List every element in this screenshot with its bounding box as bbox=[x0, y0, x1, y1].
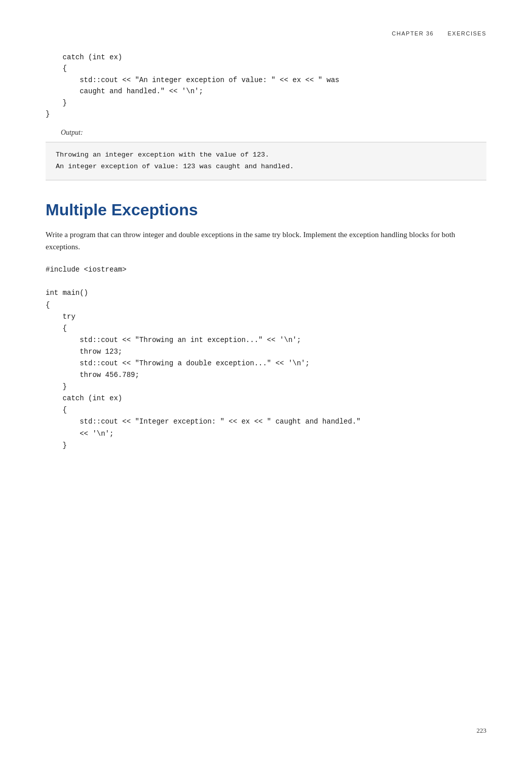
code-line: catch (int ex) bbox=[46, 393, 486, 404]
code-line: throw 456.789; bbox=[46, 369, 486, 381]
output-line: An integer exception of value: 123 was c… bbox=[56, 161, 476, 173]
code-line: << '\n'; bbox=[46, 428, 486, 440]
code-line: std::cout << "Throwing an int exception.… bbox=[46, 334, 486, 346]
code-line bbox=[46, 276, 486, 287]
code-line: } bbox=[46, 97, 486, 108]
section-label: EXERCISES bbox=[448, 30, 486, 36]
section-description: Write a program that can throw integer a… bbox=[46, 229, 486, 253]
main-code-block: #include <iostream> int main() { try { s… bbox=[46, 264, 486, 451]
code-line: } bbox=[46, 108, 486, 120]
code-line: caught and handled." << '\n'; bbox=[46, 86, 486, 97]
chapter-header: CHAPTER 36 EXERCISES bbox=[46, 30, 486, 36]
page: CHAPTER 36 EXERCISES catch (int ex) { st… bbox=[0, 0, 532, 760]
code-line: } bbox=[46, 381, 486, 393]
code-line: std::cout << "Integer exception: " << ex… bbox=[46, 416, 486, 428]
code-line: } bbox=[46, 440, 486, 451]
page-number: 223 bbox=[477, 727, 487, 735]
code-line: { bbox=[46, 323, 486, 334]
code-line: throw 123; bbox=[46, 346, 486, 358]
output-line: Throwing an integer exception with the v… bbox=[56, 149, 476, 161]
code-line: #include <iostream> bbox=[46, 264, 486, 276]
code-line: catch (int ex) bbox=[46, 52, 486, 63]
code-line: { bbox=[46, 299, 486, 311]
chapter-label: CHAPTER 36 bbox=[392, 30, 434, 36]
code-line: try bbox=[46, 311, 486, 323]
top-code-block: catch (int ex) { std::cout << "An intege… bbox=[46, 52, 486, 125]
section-title: Multiple Exceptions bbox=[46, 201, 486, 219]
code-line: int main() bbox=[46, 287, 486, 299]
code-line: { bbox=[46, 404, 486, 416]
code-line: std::cout << "An integer exception of va… bbox=[46, 74, 486, 86]
code-line: { bbox=[46, 63, 486, 74]
output-label: Output: bbox=[46, 129, 486, 137]
code-line: std::cout << "Throwing a double exceptio… bbox=[46, 358, 486, 369]
output-box: Throwing an integer exception with the v… bbox=[46, 142, 486, 180]
